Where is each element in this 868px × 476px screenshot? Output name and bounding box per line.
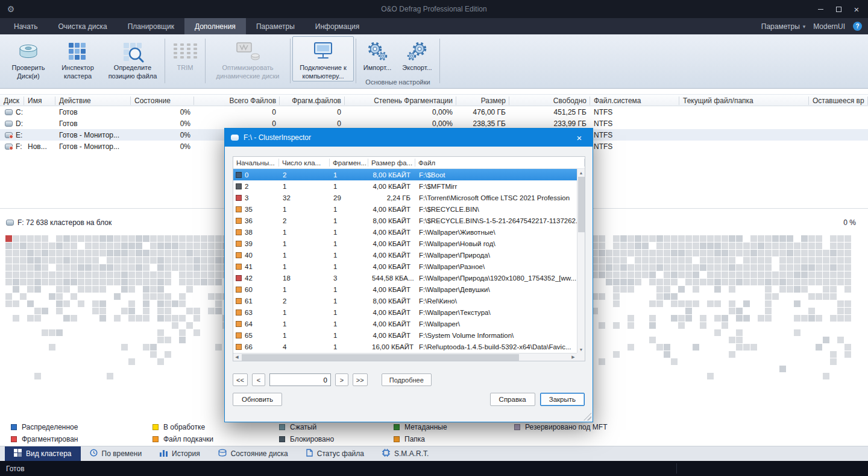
scroll-left-icon[interactable]: ◀ — [233, 354, 241, 361]
cluster-table-row[interactable]: 65114,00 КБАЙТF:\System Volume Informati… — [233, 329, 577, 341]
cluster-table-row[interactable]: 60114,00 КБАЙТF:\Wallpaper\Девушки\ — [233, 284, 577, 295]
vertical-scrollbar[interactable]: ▲ ▼ — [577, 169, 585, 353]
last-page-button[interactable]: >> — [353, 373, 368, 386]
start-cluster-value: 2 — [245, 183, 248, 190]
cluster-table-row[interactable]: 332292,24 ГБF:\Torrent\Microsoft Office … — [233, 192, 577, 203]
cluster-table-row[interactable]: 39114,00 КБАЙТF:\Wallpaper\Новый год\ — [233, 238, 577, 249]
vertical-scroll-thumb[interactable] — [578, 177, 585, 232]
cluster-table-row[interactable]: 61218,00 КБАЙТF:\Rel\Кино\ — [233, 295, 577, 306]
time-icon — [90, 449, 98, 459]
prev-page-button[interactable]: < — [252, 373, 265, 386]
cluster-block — [729, 257, 735, 264]
column-header-5[interactable]: Фрагм.файлов — [280, 95, 345, 107]
view-tab-3[interactable]: Состояние диска — [209, 446, 297, 461]
column-header-8[interactable]: Свободно — [509, 95, 590, 107]
page-number-input[interactable] — [269, 373, 331, 386]
cluster-type-swatch — [236, 309, 242, 316]
cluster-table-row[interactable]: 35114,00 КБАЙТF:\$RECYCLE.BIN\ — [233, 203, 577, 215]
cluster-block — [114, 366, 121, 372]
details-button[interactable]: Подробнее — [382, 373, 432, 386]
next-page-button[interactable]: > — [335, 373, 348, 386]
cluster-table-row[interactable]: 36218,00 КБАЙТF:\$RECYCLE.BIN\S-1-5-21-2… — [233, 215, 577, 226]
cluster-block — [729, 366, 735, 372]
column-header-3[interactable]: Состояние — [131, 95, 194, 107]
cluster-block — [78, 257, 84, 264]
resize-grip[interactable] — [583, 413, 591, 420]
refresh-button[interactable]: Обновить — [233, 393, 282, 406]
menu-tab-5[interactable]: Информация — [305, 18, 370, 34]
cluster-block — [678, 315, 685, 322]
ribbon-button-check-disk[interactable]: Проверить Диск(и) — [4, 36, 53, 81]
view-tab-label: Состояние диска — [231, 449, 288, 458]
help-icon[interactable]: ? — [853, 22, 862, 31]
cluster-table-row[interactable]: 41114,00 КБАЙТF:\Wallpaper\Разное\ — [233, 261, 577, 272]
column-header-9[interactable]: Файл.система — [590, 95, 679, 107]
cluster-table-row[interactable]: 40114,00 КБАЙТF:\Wallpaper\Природа\ — [233, 249, 577, 261]
column-header-10[interactable]: Текущий файл/папка — [679, 95, 809, 107]
cluster-table-row[interactable]: 64114,00 КБАЙТF:\Wallpaper\ — [233, 318, 577, 329]
ribbon-button-export-gear[interactable]: Экспорт... — [397, 36, 438, 78]
scroll-up-icon[interactable]: ▲ — [577, 169, 585, 176]
cluster-table-row[interactable]: 42183544,58 КБА...F:\Wallpaper\Природа\1… — [233, 272, 577, 284]
help-button[interactable]: Справка — [490, 393, 535, 406]
cluster-block — [649, 329, 656, 336]
dialog-column-header-3[interactable]: Размер фа... — [368, 157, 415, 168]
cluster-block — [606, 315, 612, 322]
minimize-button[interactable] — [811, 0, 829, 18]
cluster-block — [772, 235, 779, 242]
close-dialog-button[interactable]: Закрыть — [540, 393, 585, 406]
scroll-down-icon[interactable]: ▼ — [577, 346, 585, 353]
cluster-block — [128, 358, 135, 365]
cluster-table-row[interactable]: 0218,00 КБАЙТF:\$Boot — [233, 169, 577, 180]
cluster-table-row[interactable]: 664116,00 КБАЙТF:\Rel\uptooda-1.4.5-buil… — [233, 341, 577, 352]
cluster-block — [186, 322, 193, 329]
options-menu[interactable]: Параметры — [761, 22, 800, 31]
column-header-1[interactable]: Имя — [24, 95, 55, 107]
close-button[interactable] — [848, 0, 866, 18]
horizontal-scrollbar[interactable]: ◀ ▶ — [233, 353, 577, 361]
cluster-block — [620, 322, 627, 329]
menu-tab-4[interactable]: Параметры — [246, 18, 305, 34]
menu-tab-2[interactable]: Планировщик — [118, 18, 184, 34]
column-header-11[interactable]: Оставшееся вр — [809, 95, 868, 107]
dialog-column-header-4[interactable]: Файл — [415, 157, 585, 168]
column-header-0[interactable]: Диск — [0, 95, 24, 107]
ribbon-button-connect-computer[interactable]: Подключение к компьютеру... — [292, 36, 354, 81]
dialog-column-header-0[interactable]: Начальны... — [233, 157, 279, 168]
cluster-block — [92, 344, 99, 351]
cluster-block — [165, 257, 171, 264]
cluster-block — [92, 315, 99, 322]
dialog-close-icon[interactable] — [566, 129, 593, 147]
cluster-block — [157, 373, 164, 379]
menu-tab-3[interactable]: Дополнения — [184, 18, 246, 34]
view-tab-0[interactable]: Вид кластера — [5, 446, 81, 461]
ribbon-button-import-gear[interactable]: Импорт... — [358, 36, 397, 78]
dialog-column-header-1[interactable]: Число кла... — [279, 157, 330, 168]
cluster-block — [736, 308, 743, 314]
ribbon-button-file-position[interactable]: Определите позицию файла — [102, 36, 163, 81]
view-tab-4[interactable]: Статус файла — [297, 446, 373, 461]
cluster-block — [808, 293, 815, 300]
maximize-button[interactable] — [829, 0, 848, 18]
modernui-menu[interactable]: ModernUI — [813, 22, 845, 31]
ribbon-button-cluster-inspector[interactable]: Инспектор кластера — [53, 36, 102, 81]
menu-tab-1[interactable]: Очистка диска — [48, 18, 118, 34]
cluster-table-row[interactable]: 2114,00 КБАЙТF:\$MFTMirr — [233, 180, 577, 192]
cluster-block — [700, 322, 706, 329]
cluster-block — [765, 358, 772, 365]
column-header-6[interactable]: Степень Фрагментации — [345, 95, 456, 107]
horizontal-scroll-thumb[interactable] — [242, 354, 519, 361]
view-tab-5[interactable]: S.M.A.R.T. — [373, 446, 438, 461]
cluster-table-row[interactable]: 38114,00 КБАЙТF:\Wallpaper\Животные\ — [233, 226, 577, 238]
column-header-4[interactable]: Всего Файлов — [194, 95, 280, 107]
scroll-right-icon[interactable]: ▶ — [570, 354, 577, 361]
column-header-7[interactable]: Размер — [456, 95, 509, 107]
cluster-table-row[interactable]: 63114,00 КБАЙТF:\Wallpaper\Текстура\ — [233, 306, 577, 318]
view-tab-2[interactable]: История — [151, 446, 209, 461]
first-page-button[interactable]: << — [233, 373, 248, 386]
dialog-column-header-2[interactable]: Фрагмен... — [330, 157, 368, 168]
drive-row-C[interactable]: C:Готов0%000,00%476,00 ГБ451,25 ГБNTFS — [0, 106, 868, 118]
view-tab-1[interactable]: По времени — [81, 446, 151, 461]
column-header-2[interactable]: Действие — [55, 95, 131, 107]
menu-tab-0[interactable]: Начать — [4, 18, 48, 34]
